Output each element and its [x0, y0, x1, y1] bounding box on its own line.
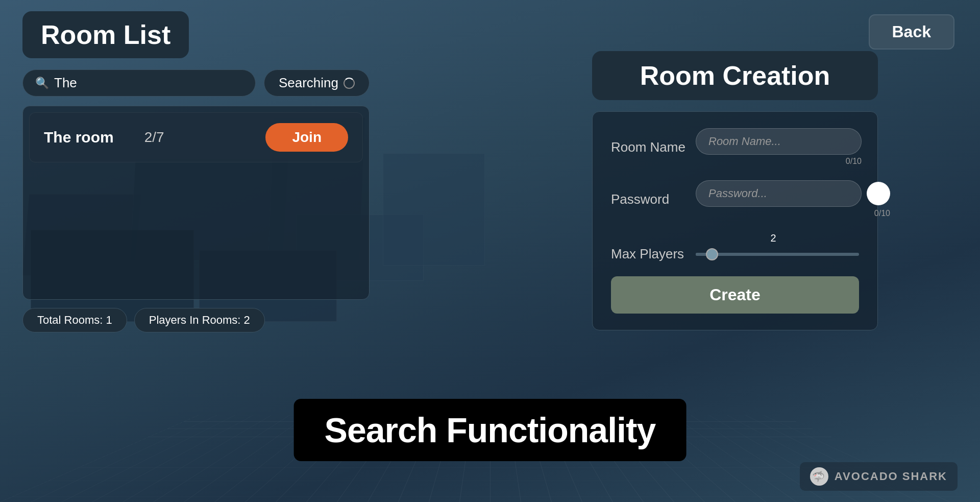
ui-layer: Back Room List 🔍 Searching The room 2/7 … [0, 0, 980, 502]
create-button[interactable]: Create [611, 276, 859, 314]
players-in-rooms-badge: Players In Rooms: 2 [134, 308, 265, 332]
max-players-label: Max Players [611, 246, 688, 262]
avocado-shark-logo: 🦈 AVOCADO SHARK [800, 462, 958, 491]
room-name-row: Room Name 0/10 [611, 128, 859, 166]
password-char-count: 0/10 [696, 209, 890, 218]
room-list-panel: Room List 🔍 Searching The room 2/7 Join … [22, 11, 370, 332]
password-label: Password [611, 192, 688, 207]
avocado-icon: 🦈 [810, 467, 828, 486]
bottom-banner-text: Search Functionality [325, 411, 656, 449]
slider-thumb[interactable] [706, 248, 718, 260]
max-players-value: 2 [688, 232, 859, 244]
room-creation-title: Room Creation [592, 51, 878, 100]
room-list-box: The room 2/7 Join [22, 106, 370, 300]
stats-row: Total Rooms: 1 Players In Rooms: 2 [22, 308, 370, 332]
back-button[interactable]: Back [869, 14, 955, 50]
room-list-title: Room List [22, 11, 189, 58]
password-input[interactable] [696, 180, 862, 207]
max-players-slider-row: Max Players [611, 246, 859, 262]
room-players-count: 2/7 [144, 129, 164, 146]
join-button[interactable]: Join [265, 123, 348, 152]
password-row: Password 0/10 [611, 180, 859, 218]
max-players-section: 2 Max Players [611, 232, 859, 262]
search-row: 🔍 Searching [22, 69, 370, 97]
searching-label: Searching [279, 75, 338, 91]
password-toggle-button[interactable] [867, 182, 890, 205]
room-item: The room 2/7 Join [29, 112, 363, 162]
total-rooms-badge: Total Rooms: 1 [22, 308, 127, 332]
search-input[interactable] [54, 75, 243, 91]
room-name: The room [44, 129, 114, 146]
logo-text: AVOCADO SHARK [835, 470, 947, 483]
searching-badge: Searching [264, 69, 370, 97]
room-creation-panel: Room Creation Room Name 0/10 Password [592, 51, 878, 330]
password-input-row [696, 180, 890, 207]
room-name-wrapper: 0/10 [696, 128, 862, 166]
room-name-input[interactable] [696, 128, 862, 155]
creation-box: Room Name 0/10 Password 0/10 [592, 111, 878, 330]
room-name-label: Room Name [611, 139, 688, 155]
loading-spinner [344, 78, 355, 89]
slider-track [696, 253, 859, 256]
bottom-banner: Search Functionality [294, 399, 687, 461]
search-input-wrap[interactable]: 🔍 [22, 69, 256, 97]
search-icon: 🔍 [35, 77, 49, 90]
room-name-char-count: 0/10 [696, 157, 862, 166]
password-wrapper: 0/10 [696, 180, 890, 218]
